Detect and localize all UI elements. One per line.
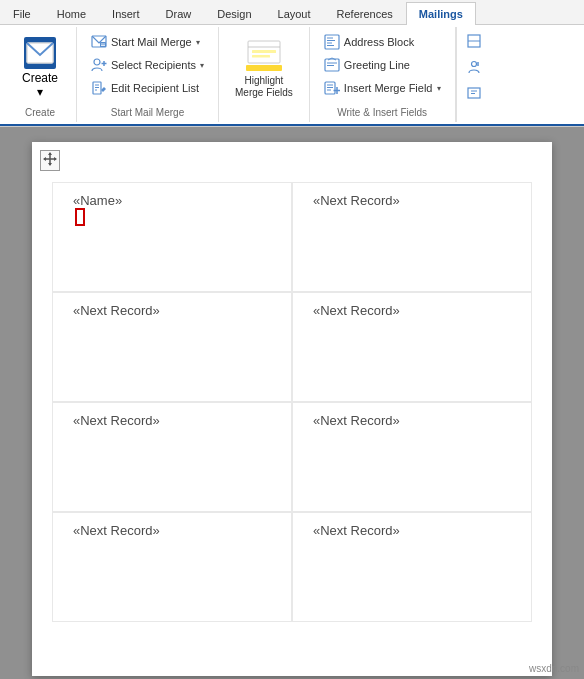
merge-cell-0-0: «Name» [52, 182, 292, 292]
address-block-button[interactable]: Address Block [318, 31, 447, 53]
address-block-label: Address Block [344, 36, 414, 48]
tab-file[interactable]: File [0, 2, 44, 25]
merge-field-next-2-0: «Next Record» [73, 413, 271, 428]
svg-point-34 [471, 62, 476, 67]
svg-marker-41 [48, 152, 52, 155]
highlight-merge-fields-icon [244, 37, 284, 73]
svg-rect-17 [246, 65, 282, 71]
write-insert-group-label: Write & Insert Fields [337, 105, 427, 118]
merge-field-name: «Name» [73, 193, 271, 208]
insert-merge-field-label: Insert Merge Field [344, 82, 433, 94]
svg-rect-3 [100, 42, 106, 47]
start-mail-merge-buttons: Start Mail Merge ▾ Select Reci [85, 31, 210, 99]
tab-design[interactable]: Design [204, 2, 264, 25]
create-arrow: ▾ [37, 85, 43, 99]
ribbon-group-create: Create ▾ Create [4, 27, 77, 122]
merge-cell-3-1: «Next Record» [292, 512, 532, 622]
highlight-label-line2: Merge Fields [235, 87, 293, 99]
tab-bar: File Home Insert Draw Design Layout Refe… [0, 0, 584, 25]
start-mail-merge-label: Start Mail Merge [111, 36, 192, 48]
write-insert-fields-items: Address Block Greeting Line [318, 31, 447, 99]
svg-marker-44 [54, 157, 57, 161]
ribbon-group-highlight: Highlight Merge Fields [219, 27, 310, 122]
ribbon-group-start-mail-merge: Start Mail Merge ▾ Select Reci [77, 27, 219, 122]
merge-grid: «Name» «Next Record» «Next Record» «Next… [52, 182, 532, 622]
start-mail-merge-icon [91, 34, 107, 50]
merge-field-next-1-1: «Next Record» [313, 303, 511, 318]
merge-field-next-3-1: «Next Record» [313, 523, 511, 538]
create-label: Create [22, 71, 58, 85]
edit-recipient-list-label: Edit Recipient List [111, 82, 199, 94]
move-handle[interactable] [40, 150, 60, 171]
tab-layout[interactable]: Layout [265, 2, 324, 25]
ribbon-group-write-insert: Address Block Greeting Line [310, 27, 456, 122]
highlight-label-line1: Highlight [244, 75, 283, 87]
overflow-icon-1 [467, 34, 481, 50]
document-page: «Name» «Next Record» «Next Record» «Next… [32, 142, 552, 676]
overflow-icon-3 [467, 86, 481, 102]
svg-point-6 [94, 59, 100, 65]
start-mail-merge-items: Start Mail Merge ▾ Select Reci [85, 31, 210, 105]
merge-cell-1-1: «Next Record» [292, 292, 532, 402]
greeting-line-label: Greeting Line [344, 59, 410, 71]
text-cursor [75, 208, 85, 226]
overflow-btn-2[interactable] [461, 57, 487, 79]
watermark: wsxdn.com [529, 663, 579, 674]
select-recipients-icon [91, 57, 107, 73]
ribbon: File Home Insert Draw Design Layout Refe… [0, 0, 584, 127]
document-area: «Name» «Next Record» «Next Record» «Next… [0, 127, 584, 679]
merge-cell-1-0: «Next Record» [52, 292, 292, 402]
start-mail-merge-button[interactable]: Start Mail Merge ▾ [85, 31, 210, 53]
svg-marker-42 [48, 163, 52, 166]
edit-recipient-list-icon [91, 80, 107, 96]
start-mail-merge-group-label: Start Mail Merge [111, 105, 184, 118]
select-recipients-arrow: ▾ [200, 61, 204, 70]
merge-cell-0-1: «Next Record» [292, 182, 532, 292]
greeting-line-button[interactable]: Greeting Line [318, 54, 447, 76]
svg-rect-16 [252, 55, 270, 58]
tab-insert[interactable]: Insert [99, 2, 153, 25]
insert-merge-field-arrow: ▾ [437, 84, 441, 93]
address-block-icon [324, 34, 340, 50]
svg-rect-15 [252, 50, 276, 53]
create-button[interactable]: Create ▾ [12, 31, 68, 105]
overflow-btn-1[interactable] [461, 31, 487, 53]
svg-rect-18 [325, 35, 339, 49]
merge-field-next-3-0: «Next Record» [73, 523, 271, 538]
merge-field-next-0-1: «Next Record» [313, 193, 511, 208]
merge-cell-3-0: «Next Record» [52, 512, 292, 622]
merge-cell-2-0: «Next Record» [52, 402, 292, 512]
tab-home[interactable]: Home [44, 2, 99, 25]
overflow-btn-3[interactable] [461, 83, 487, 105]
insert-merge-field-button[interactable]: Insert Merge Field ▾ [318, 77, 447, 99]
select-recipients-label: Select Recipients [111, 59, 196, 71]
overflow-icon-2 [467, 60, 481, 76]
merge-field-next-1-0: «Next Record» [73, 303, 271, 318]
edit-recipient-list-button[interactable]: Edit Recipient List [85, 77, 210, 99]
insert-merge-field-icon [324, 80, 340, 96]
select-recipients-button[interactable]: Select Recipients ▾ [85, 54, 210, 76]
ribbon-group-overflow [456, 27, 491, 122]
start-mail-merge-arrow: ▾ [196, 38, 200, 47]
greeting-line-icon [324, 57, 340, 73]
tab-draw[interactable]: Draw [153, 2, 205, 25]
ribbon-content: Create ▾ Create [0, 25, 584, 126]
tab-references[interactable]: References [324, 2, 406, 25]
tab-mailings[interactable]: Mailings [406, 2, 476, 25]
merge-cell-2-1: «Next Record» [292, 402, 532, 512]
envelope-icon [24, 37, 56, 69]
create-group-label: Create [25, 105, 55, 118]
merge-field-next-2-1: «Next Record» [313, 413, 511, 428]
svg-marker-43 [43, 157, 46, 161]
highlight-merge-fields-button[interactable]: Highlight Merge Fields [227, 31, 301, 105]
